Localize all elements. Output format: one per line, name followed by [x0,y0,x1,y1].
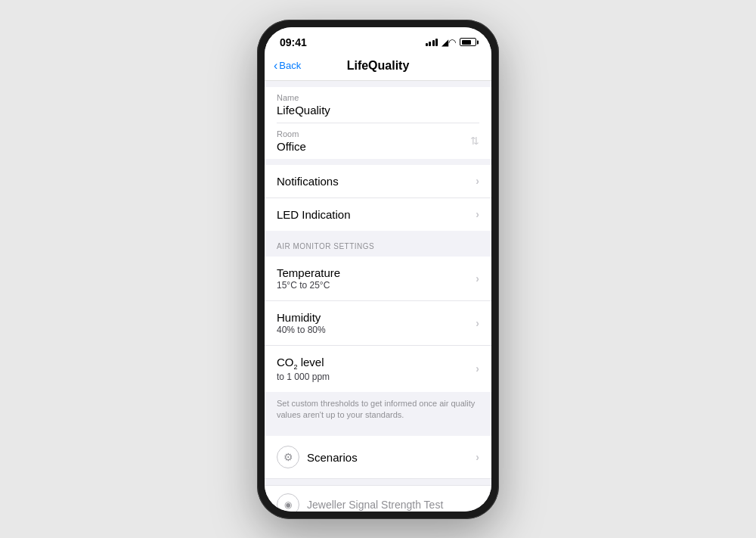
co2-label: CO2 level [277,356,330,371]
status-time: 09:41 [280,36,307,48]
bottom-row-label: Jeweller Signal Strength Test [307,499,443,511]
back-button[interactable]: ‹ Back [274,60,301,72]
notifications-row[interactable]: Notifications › [265,165,491,198]
room-label: Room [277,129,470,138]
led-indication-label: LED Indication [277,208,351,221]
battery-icon [460,38,476,46]
led-indication-row[interactable]: LED Indication › [265,198,491,231]
temperature-chevron-icon: › [476,272,479,285]
name-room-group: Name LifeQuality Room Office ⇅ [265,87,491,159]
bottom-row[interactable]: ◉ Jeweller Signal Strength Test [265,485,491,511]
phone-screen: 09:41 ◢◠ ‹ Back LifeQuality [265,27,491,512]
humidity-value: 40% to 80% [277,325,326,335]
name-label: Name [277,93,479,102]
scenarios-icon: ⚙ [277,446,299,468]
signal-test-icon: ◉ [277,493,299,511]
nav-bar: ‹ Back LifeQuality [265,53,491,81]
room-selector-icon: ⇅ [470,135,479,147]
back-label: Back [279,60,301,71]
scroll-content[interactable]: Name LifeQuality Room Office ⇅ [265,81,491,512]
scenarios-row[interactable]: ⚙ Scenarios › [265,436,491,479]
room-value: Office [277,140,470,153]
humidity-chevron-icon: › [476,317,479,329]
led-chevron-icon: › [476,208,479,220]
co2-chevron-icon: › [476,362,479,375]
notifications-chevron-icon: › [476,175,479,187]
name-field: Name LifeQuality [277,87,479,123]
humidity-row[interactable]: Humidity 40% to 80% › [265,301,491,346]
humidity-label: Humidity [277,311,326,324]
signal-icon [426,39,438,46]
air-monitor-section-label: AIR MONITOR SETTINGS [277,242,374,250]
status-icons: ◢◠ [426,37,477,48]
air-monitor-header: AIR MONITOR SETTINGS [265,231,491,257]
room-field[interactable]: Room Office ⇅ [277,123,479,159]
temperature-value: 15°C to 25°C [277,280,340,291]
temperature-row[interactable]: Temperature 15°C to 25°C › [265,257,491,301]
scenarios-label: Scenarios [307,451,358,464]
air-monitor-description: Set custom thresholds to get informed on… [265,392,491,431]
co2-level-row[interactable]: CO2 level to 1 000 ppm › [265,346,491,392]
name-value: LifeQuality [277,104,479,117]
back-chevron-icon: ‹ [274,60,277,72]
nav-title: LifeQuality [347,59,410,73]
notifications-label: Notifications [277,175,339,188]
notification-led-group: Notifications › LED Indication › [265,165,491,231]
air-monitor-group: Temperature 15°C to 25°C › Humidity 40% … [265,257,491,392]
status-bar: 09:41 ◢◠ [265,27,491,53]
wifi-icon: ◢◠ [442,37,456,48]
co2-value: to 1 000 ppm [277,372,330,382]
phone-frame: 09:41 ◢◠ ‹ Back LifeQuality [257,20,499,519]
temperature-label: Temperature [277,266,340,279]
scenarios-chevron-icon: › [476,451,479,463]
